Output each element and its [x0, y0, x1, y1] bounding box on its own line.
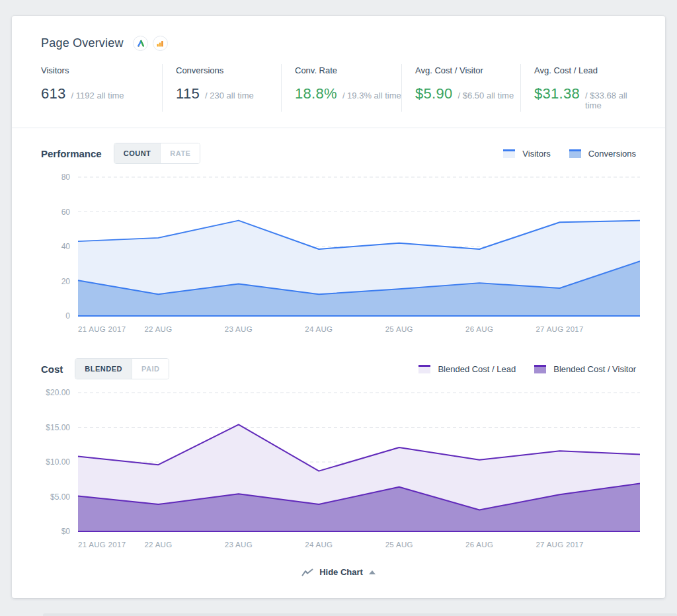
svg-text:0: 0: [65, 311, 70, 321]
legend-item-visitors[interactable]: Visitors: [503, 149, 550, 159]
performance-chart: 02040608021 AUG 201722 AUG23 AUG24 AUG25…: [12, 165, 665, 341]
page-overview-card: Page Overview Visitors 613: [12, 16, 665, 598]
legend-label: Blended Cost / Lead: [438, 364, 516, 374]
svg-text:24 AUG: 24 AUG: [305, 541, 333, 549]
toggle-count[interactable]: COUNT: [114, 143, 161, 163]
metric-visitors: Visitors 613 / 1192 all time: [41, 64, 162, 112]
performance-toggle: COUNT RATE: [114, 143, 201, 164]
cost-title: Cost: [41, 364, 63, 375]
cost-legend: Blended Cost / Lead Blended Cost / Visit…: [418, 364, 636, 374]
svg-text:23 AUG: 23 AUG: [225, 541, 253, 549]
metric-avg-cost-visitor: Avg. Cost / Visitor $5.90 / $6.50 all ti…: [401, 64, 520, 112]
metric-alltime: / 230 all time: [205, 91, 254, 100]
metric-value: 18.8%: [295, 85, 337, 102]
metric-value: $31.38: [534, 85, 580, 102]
svg-text:60: 60: [61, 208, 71, 217]
metric-value: $5.90: [415, 85, 453, 102]
blended-cost-visitor-swatch: [534, 365, 546, 373]
svg-text:$20.00: $20.00: [46, 388, 70, 397]
metric-label: Avg. Cost / Visitor: [415, 65, 520, 75]
svg-text:40: 40: [61, 242, 71, 251]
metric-label: Avg. Cost / Lead: [534, 65, 640, 75]
card-header: Page Overview: [12, 16, 665, 64]
metrics-row: Visitors 613 / 1192 all time Conversions…: [12, 64, 665, 128]
legend-label: Visitors: [522, 149, 550, 159]
svg-text:22 AUG: 22 AUG: [144, 325, 172, 333]
svg-text:26 AUG: 26 AUG: [465, 325, 493, 333]
svg-text:27 AUG 2017: 27 AUG 2017: [536, 541, 583, 549]
line-chart-icon: [301, 568, 313, 577]
metric-alltime: / 1192 all time: [71, 91, 124, 100]
metric-avg-cost-lead: Avg. Cost / Lead $31.38 / $33.68 all tim…: [520, 64, 640, 112]
google-analytics-icon: [153, 36, 168, 51]
svg-text:25 AUG: 25 AUG: [385, 325, 413, 333]
metric-label: Conv. Rate: [295, 65, 401, 75]
performance-section-header: Performance COUNT RATE Visitors Conversi…: [12, 128, 665, 165]
svg-text:25 AUG: 25 AUG: [385, 541, 413, 549]
legend-item-conversions[interactable]: Conversions: [569, 149, 636, 159]
metric-alltime: / $6.50 all time: [458, 91, 514, 100]
svg-text:27 AUG 2017: 27 AUG 2017: [536, 325, 583, 333]
svg-text:22 AUG: 22 AUG: [144, 541, 172, 549]
svg-text:80: 80: [61, 173, 71, 182]
visitors-swatch: [503, 149, 515, 158]
svg-text:26 AUG: 26 AUG: [465, 541, 493, 549]
conversions-swatch: [569, 149, 581, 158]
metric-conversions: Conversions 115 / 230 all time: [162, 64, 281, 112]
svg-text:$15.00: $15.00: [46, 423, 70, 432]
svg-text:23 AUG: 23 AUG: [225, 325, 253, 333]
metric-alltime: / $33.68 all time: [585, 91, 640, 110]
google-ads-icon: [133, 36, 148, 51]
metric-label: Visitors: [41, 65, 162, 75]
metric-conv-rate: Conv. Rate 18.8% / 19.3% all time: [281, 64, 401, 112]
legend-item-blended-cost-lead[interactable]: Blended Cost / Lead: [418, 364, 516, 374]
page-title: Page Overview: [41, 36, 124, 50]
svg-text:$10.00: $10.00: [46, 457, 70, 467]
svg-text:$0: $0: [61, 527, 71, 536]
performance-legend: Visitors Conversions: [503, 149, 636, 159]
cost-toggle: BLENDED PAID: [75, 358, 169, 379]
cost-section-header: Cost BLENDED PAID Blended Cost / Lead Bl…: [12, 341, 665, 381]
svg-text:$5.00: $5.00: [50, 492, 70, 502]
metric-label: Conversions: [176, 65, 281, 75]
metric-value: 115: [176, 85, 200, 102]
legend-item-blended-cost-visitor[interactable]: Blended Cost / Visitor: [534, 364, 636, 374]
svg-text:21 AUG 2017: 21 AUG 2017: [78, 541, 126, 549]
chevron-up-icon: [369, 570, 376, 574]
svg-text:24 AUG: 24 AUG: [305, 325, 333, 333]
metric-alltime: / 19.3% all time: [342, 91, 401, 100]
toggle-rate[interactable]: RATE: [160, 143, 200, 163]
hide-chart-label: Hide Chart: [319, 567, 363, 577]
svg-text:21 AUG 2017: 21 AUG 2017: [78, 325, 126, 333]
toggle-paid[interactable]: PAID: [132, 359, 169, 379]
cost-chart: $0$5.00$10.00$15.00$20.0021 AUG 201722 A…: [12, 381, 665, 557]
blended-cost-lead-swatch: [418, 365, 430, 373]
svg-text:20: 20: [61, 277, 71, 286]
metric-value: 613: [41, 85, 66, 102]
integration-badges: [133, 36, 168, 51]
next-card-edge: [43, 613, 677, 616]
legend-label: Conversions: [588, 149, 636, 159]
performance-title: Performance: [41, 148, 102, 159]
toggle-blended[interactable]: BLENDED: [75, 359, 132, 379]
hide-chart-button[interactable]: Hide Chart: [12, 567, 665, 577]
legend-label: Blended Cost / Visitor: [553, 364, 636, 374]
